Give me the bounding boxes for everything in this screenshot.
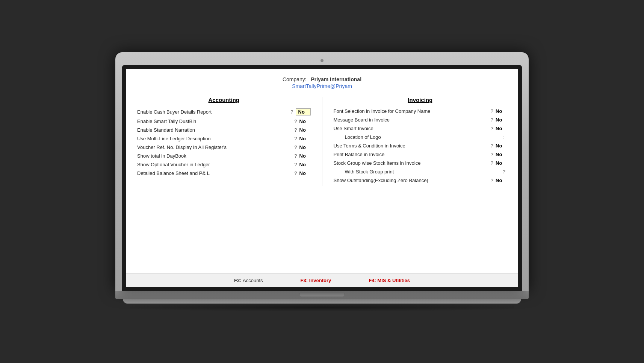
question-mark: ?: [491, 160, 493, 166]
content-area: Company: Priyam International SmartTally…: [126, 69, 518, 273]
screen: Company: Priyam International SmartTally…: [126, 69, 518, 287]
field-row: Stock Group wise Stock Items in Invoice …: [334, 160, 507, 166]
field-row: Enable Smart Tally DustBin ? No: [137, 118, 311, 124]
sub-question: ?: [503, 169, 505, 175]
field-value: No: [299, 144, 311, 150]
f4-key[interactable]: F4: MIS & Utilities: [369, 278, 410, 283]
field-value: No: [496, 126, 507, 131]
columns-container: Accounting Enable Cash Buyer Details Rep…: [137, 97, 507, 186]
field-value: No: [496, 143, 507, 149]
f3-key[interactable]: F3: Inventory: [301, 278, 331, 283]
field-row: Enable Standard Narration ? No: [137, 127, 311, 133]
f4-action: MIS & Utilities: [377, 278, 410, 283]
field-label: Show Optional Voucher in Ledger: [137, 162, 293, 167]
field-value: No: [496, 108, 507, 114]
field-value: No: [496, 160, 507, 166]
field-label: Enable Cash Buyer Details Report: [137, 109, 289, 115]
field-row: Show total in DayBook ? No: [137, 153, 311, 159]
field-row: Enable Cash Buyer Details Report ? No: [137, 108, 311, 115]
field-row: Use Terms & Condition in Invoice ? No: [334, 143, 507, 149]
question-mark: ?: [294, 144, 297, 150]
field-label: Enable Smart Tally DustBin: [137, 118, 293, 124]
sub-label: Location of Logo: [345, 134, 501, 140]
f3-action: Inventory: [309, 278, 331, 283]
camera-dot: [320, 59, 324, 62]
question-mark: ?: [294, 127, 297, 133]
question-mark: ?: [294, 118, 297, 124]
field-value: No: [299, 127, 311, 133]
accounting-title: Accounting: [137, 97, 311, 103]
laptop-shadow: [130, 304, 514, 311]
field-row: Print Balance in Invoice ? No: [334, 152, 507, 157]
field-value: No: [299, 170, 311, 176]
laptop-base: [115, 291, 529, 299]
field-label: Use Multi-Line Ledger Description: [137, 136, 293, 141]
field-value: No: [496, 152, 507, 157]
company-label: Company:: [283, 76, 307, 82]
laptop-stand: [123, 299, 521, 304]
f2-action: Accounts: [243, 278, 263, 283]
f2-key[interactable]: F2: Accounts: [234, 278, 263, 283]
question-mark: ?: [491, 117, 493, 123]
f4-label: F4:: [369, 278, 377, 283]
field-row: Use Multi-Line Ledger Description ? No: [137, 136, 311, 141]
invoicing-column: Invoicing Font Selection in Invoice for …: [334, 97, 507, 186]
trackpad-notch: [299, 293, 345, 297]
field-label: Use Terms & Condition in Invoice: [334, 143, 489, 149]
field-value: No: [299, 118, 311, 124]
field-label: Font Selection in Invoice for Company Na…: [334, 108, 489, 114]
field-row: Detailed Balance Sheet and P& L ? No: [137, 170, 311, 176]
field-value: No: [299, 162, 311, 167]
page-header: Company: Priyam International SmartTally…: [137, 76, 507, 89]
company-line: Company: Priyam International: [137, 76, 507, 82]
field-value-highlighted[interactable]: No: [296, 108, 311, 115]
field-label: Detailed Balance Sheet and P& L: [137, 170, 293, 176]
question-mark: ?: [294, 136, 297, 141]
question-mark: ?: [294, 153, 297, 159]
question-mark: ?: [491, 126, 493, 131]
column-divider: [322, 97, 322, 186]
field-row: Show Optional Voucher in Ledger ? No: [137, 162, 311, 167]
f2-label: F2:: [234, 278, 243, 283]
question-mark: ?: [491, 152, 493, 157]
accounting-column: Accounting Enable Cash Buyer Details Rep…: [137, 97, 311, 186]
field-label: Show Outstanding(Excluding Zero Balance): [334, 178, 489, 183]
question-mark: ?: [491, 143, 493, 149]
field-label: Enable Standard Narration: [137, 127, 293, 133]
question-mark: ?: [491, 178, 493, 183]
field-label: Show total in DayBook: [137, 153, 293, 159]
field-label: Print Balance in Invoice: [334, 152, 489, 157]
field-value: No: [496, 117, 507, 123]
field-row: Use Smart Invoice ? No: [334, 126, 507, 131]
question-mark: ?: [290, 109, 293, 115]
sub-row: With Stock Group print ?: [334, 169, 507, 175]
field-value: No: [299, 136, 311, 141]
email-line: SmartTallyPrime@Priyam: [137, 83, 507, 89]
question-mark: ?: [491, 108, 493, 114]
f3-label: F3:: [301, 278, 309, 283]
laptop-shell: Company: Priyam International SmartTally…: [115, 52, 529, 291]
field-value: No: [299, 153, 311, 159]
field-label: Use Smart Invoice: [334, 126, 489, 131]
company-name: Priyam International: [311, 76, 361, 82]
question-mark: ?: [294, 170, 297, 176]
field-label: Message Board in Invoice: [334, 117, 489, 123]
invoicing-title: Invoicing: [334, 97, 507, 103]
screen-bezel: Company: Priyam International SmartTally…: [122, 65, 522, 291]
field-row: Message Board in Invoice ? No: [334, 117, 507, 123]
field-row: Show Outstanding(Excluding Zero Balance)…: [334, 178, 507, 183]
field-row: Font Selection in Invoice for Company Na…: [334, 108, 507, 114]
field-label: Voucher Ref. No. Display In All Register…: [137, 144, 293, 150]
field-label: Stock Group wise Stock Items in Invoice: [334, 160, 489, 166]
field-row: Voucher Ref. No. Display In All Register…: [137, 144, 311, 150]
sub-colon: :: [503, 134, 505, 140]
sub-row: Location of Logo :: [334, 134, 507, 140]
sub-label: With Stock Group print: [345, 169, 503, 175]
field-value: No: [496, 178, 507, 183]
function-bar: F2: Accounts F3: Inventory F4: MIS & Uti…: [126, 273, 518, 287]
question-mark: ?: [294, 162, 297, 167]
